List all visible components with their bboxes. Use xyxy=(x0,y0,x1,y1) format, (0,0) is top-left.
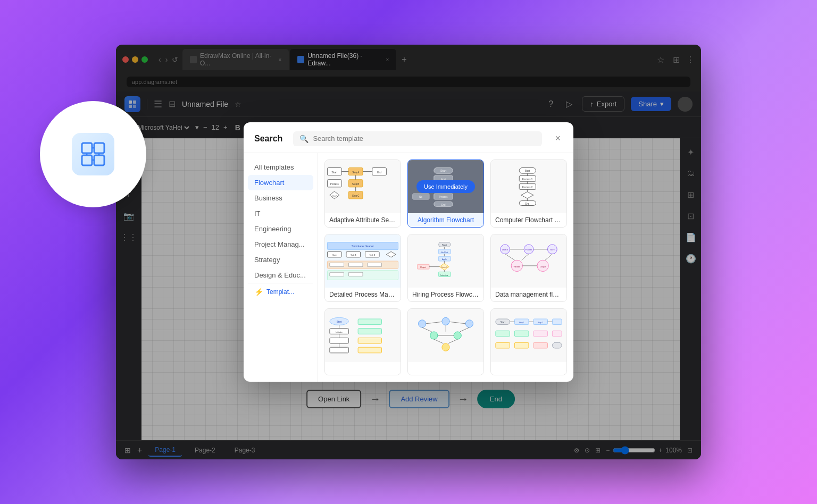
svg-text:End: End xyxy=(525,203,529,205)
svg-rect-136 xyxy=(533,342,548,348)
svg-point-113 xyxy=(454,332,461,339)
svg-rect-129 xyxy=(552,319,562,325)
modal-title: Search xyxy=(254,134,282,144)
svg-rect-106 xyxy=(358,329,381,334)
svg-text:Process 1: Process 1 xyxy=(522,178,533,181)
svg-text:Store: Store xyxy=(550,249,555,251)
template-card-3[interactable]: Start Process 1 Process 2 End xyxy=(490,159,567,228)
template-preview-2: Start Input Decision No Process End xyxy=(408,160,483,213)
svg-rect-142 xyxy=(94,143,104,153)
template-preview-9: Start Step 1 Step 2 xyxy=(491,309,566,362)
modal-body: All templates Flowchart Business IT Engi… xyxy=(244,153,573,382)
svg-text:End: End xyxy=(441,204,446,206)
template-name-6: Data management flowchart xyxy=(491,288,566,301)
template-card-2[interactable]: Start Input Decision No Process End xyxy=(407,159,484,228)
template-card-7[interactable]: Start Initialize xyxy=(324,308,401,375)
template-card-5[interactable]: Start Job Post Apply Screen? Interview xyxy=(407,234,484,302)
svg-text:Data In: Data In xyxy=(502,249,508,251)
svg-text:Start: Start xyxy=(337,321,342,323)
template-preview-7: Start Initialize xyxy=(325,309,401,362)
svg-line-122 xyxy=(448,339,457,343)
template-preview-4: Swimlane Header Start Task A Task B xyxy=(325,234,401,288)
svg-rect-62 xyxy=(348,272,363,276)
templates-footer-link[interactable]: ⚡ Templat... xyxy=(248,283,313,300)
category-engineering[interactable]: Engineering xyxy=(248,221,313,237)
search-input[interactable] xyxy=(313,135,536,142)
modal-close-button[interactable]: × xyxy=(553,131,563,146)
svg-point-109 xyxy=(419,320,426,327)
svg-text:Process: Process xyxy=(526,249,532,251)
template-card-4[interactable]: Swimlane Header Start Task A Task B xyxy=(324,234,401,302)
modal-overlay[interactable]: Search 🔍 × All templates Flowchart Busin… xyxy=(116,45,701,459)
template-grid: Start Process Yes? Step A Step B St xyxy=(318,153,573,382)
svg-text:Start: Start xyxy=(440,169,447,172)
svg-text:Apply: Apply xyxy=(442,258,447,261)
svg-text:Yes?: Yes? xyxy=(332,195,337,197)
svg-text:Task B: Task B xyxy=(369,254,375,256)
category-strategy[interactable]: Strategy xyxy=(248,252,313,267)
svg-text:Start: Start xyxy=(331,171,338,174)
template-card-9[interactable]: Start Step 1 Step 2 xyxy=(490,308,567,375)
svg-rect-108 xyxy=(358,347,381,353)
template-card-8[interactable] xyxy=(407,308,484,375)
svg-text:Step 2: Step 2 xyxy=(538,322,543,324)
svg-rect-131 xyxy=(514,331,529,337)
svg-rect-57 xyxy=(330,263,344,267)
svg-rect-101 xyxy=(330,338,349,343)
svg-marker-40 xyxy=(521,192,533,198)
svg-text:Interview: Interview xyxy=(440,274,448,276)
svg-text:Swimlane Header: Swimlane Header xyxy=(352,245,374,248)
template-name-8 xyxy=(408,362,483,375)
template-card-1[interactable]: Start Process Yes? Step A Step B St xyxy=(324,159,401,228)
svg-point-114 xyxy=(442,343,449,351)
browser-window: ‹ › ↺ EdrawMax Online | All-in-O... × Un… xyxy=(116,45,701,459)
template-card-6[interactable]: Data In Process Store Validate Output xyxy=(490,234,567,302)
category-flowchart[interactable]: Flowchart xyxy=(248,175,313,190)
template-name-5: Hiring Process Flowchart xyxy=(408,288,483,301)
category-business[interactable]: Business xyxy=(248,190,313,206)
template-preview-6: Data In Process Store Validate Output xyxy=(491,234,566,288)
svg-text:Screen?: Screen? xyxy=(441,266,448,268)
svg-text:Start: Start xyxy=(525,170,530,172)
svg-line-117 xyxy=(422,327,432,332)
svg-rect-105 xyxy=(358,319,381,325)
svg-point-112 xyxy=(430,332,438,339)
svg-text:Process 2: Process 2 xyxy=(522,186,533,189)
category-sidebar: All templates Flowchart Business IT Engi… xyxy=(244,153,318,382)
svg-text:Step 1: Step 1 xyxy=(519,322,524,324)
template-preview-8 xyxy=(408,309,483,362)
svg-line-115 xyxy=(426,322,442,324)
svg-rect-135 xyxy=(514,342,529,348)
svg-text:Process: Process xyxy=(330,183,339,186)
template-name-1: Adaptive Attribute Selecti... xyxy=(325,213,401,227)
svg-text:Reject: Reject xyxy=(420,266,426,268)
svg-rect-61 xyxy=(330,272,344,276)
svg-rect-107 xyxy=(358,338,381,343)
svg-text:Process: Process xyxy=(439,196,448,198)
svg-line-121 xyxy=(434,339,444,343)
svg-rect-137 xyxy=(552,342,562,348)
svg-text:Step B: Step B xyxy=(352,183,359,186)
category-project-management[interactable]: Project Manag... xyxy=(248,237,313,252)
use-immediately-button[interactable]: Use Immediately xyxy=(416,180,475,193)
svg-marker-55 xyxy=(386,251,396,257)
template-name-3: Computer Flowchart Tem... xyxy=(491,213,566,227)
modal-header: Search 🔍 × xyxy=(244,122,573,153)
svg-line-94 xyxy=(545,254,552,261)
svg-rect-103 xyxy=(330,347,349,353)
svg-line-92 xyxy=(505,254,515,261)
svg-rect-58 xyxy=(348,263,363,267)
svg-rect-144 xyxy=(82,155,92,165)
template-name-4: Detailed Process Map Te... xyxy=(325,288,401,301)
template-name-9 xyxy=(491,362,566,375)
svg-text:Step C: Step C xyxy=(352,195,360,197)
category-all-templates[interactable]: All templates xyxy=(248,159,313,175)
category-it[interactable]: IT xyxy=(248,206,313,221)
svg-rect-130 xyxy=(496,331,510,337)
svg-point-111 xyxy=(465,320,473,327)
templates-footer-icon: ⚡ xyxy=(254,288,263,296)
template-name-2: Algorithm Flowchart xyxy=(408,213,483,227)
svg-text:Initialize: Initialize xyxy=(336,331,343,333)
svg-text:Step A: Step A xyxy=(352,171,359,174)
category-design-education[interactable]: Design & Educ... xyxy=(248,267,313,283)
